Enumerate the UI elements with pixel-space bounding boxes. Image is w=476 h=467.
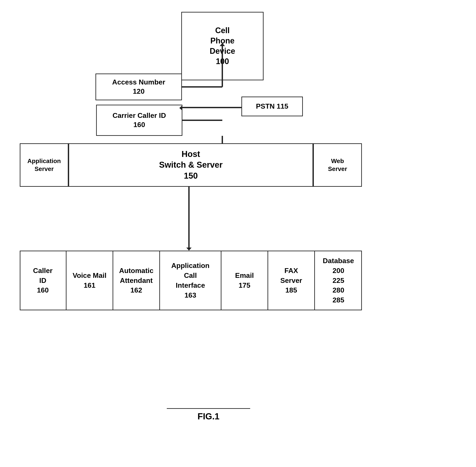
diagram: Cell Phone Device 100 Access Number 120 … [0, 0, 476, 467]
fig-line [167, 408, 250, 409]
arrow-access-to-phone-v [222, 46, 223, 87]
caller-id-cell: Caller ID 160 [20, 251, 66, 310]
fax-server-cell: FAX Server 185 [268, 251, 315, 310]
arrow-pstn-left-head [179, 105, 182, 111]
application-server-box: Application Server [20, 143, 68, 187]
arrow-host-to-bottom [188, 187, 190, 247]
web-server-box: Web Server [313, 143, 362, 187]
voice-mail-cell: Voice Mail 161 [66, 251, 113, 310]
arrow-access-to-phone-h [182, 86, 222, 88]
database-cell: Database 200 225 280 285 [315, 251, 362, 310]
carrier-caller-id-box: Carrier Caller ID 160 [96, 105, 182, 136]
email-cell: Email 175 [221, 251, 268, 310]
arrow-pstn-h-top [182, 107, 241, 108]
host-switch-box: Host Switch & Server 150 [68, 143, 313, 187]
application-call-interface-cell: Application Call Interface 163 [160, 251, 221, 310]
automatic-attendant-cell: Automatic Attendant 162 [113, 251, 160, 310]
fig-label: FIG.1 [167, 412, 250, 421]
access-number-box: Access Number 120 [95, 74, 182, 100]
pstn-box: PSTN 115 [241, 97, 303, 116]
arrow-carrier-right-h [182, 120, 222, 121]
